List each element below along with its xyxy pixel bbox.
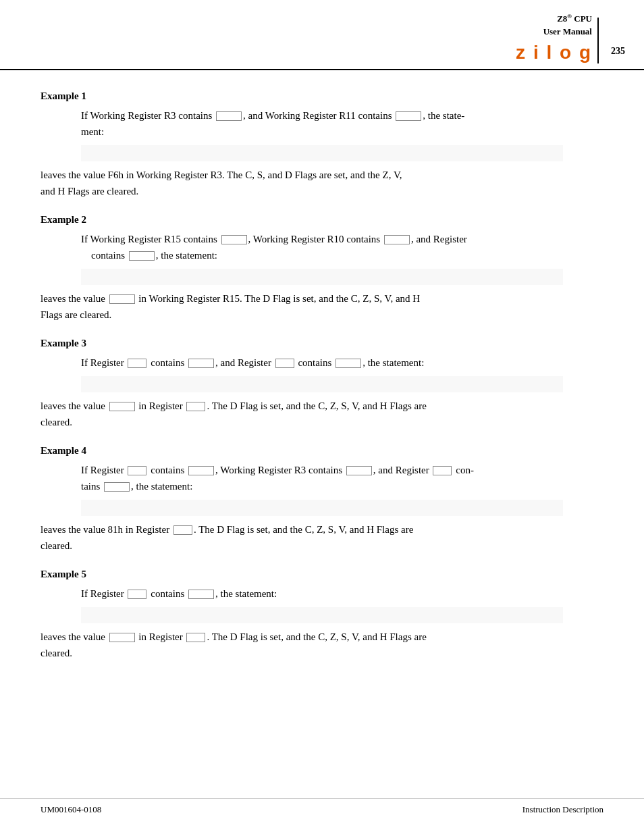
value-box-4d	[433, 466, 452, 475]
value-box-4f	[173, 525, 192, 535]
footer-doc-id: UM001604-0108	[41, 804, 101, 815]
footer-section: Instruction Description	[522, 804, 603, 815]
example-3-heading: Example 3	[41, 338, 603, 349]
value-box-3f	[186, 402, 205, 411]
example-3-block: Example 3 If Register contains , and Reg…	[41, 338, 603, 430]
example-1-intro: If Working Register R3 contains , and Wo…	[81, 107, 603, 140]
example-5-block: Example 5 If Register contains , the sta…	[41, 569, 603, 661]
value-box-1b	[396, 111, 421, 121]
example-1-heading: Example 1	[41, 90, 603, 102]
value-box-2b	[384, 235, 410, 244]
example-5-code	[81, 607, 563, 623]
header-title: Z8® CPUUser Manual	[543, 12, 592, 38]
zilog-logo: z i l o g	[516, 42, 592, 63]
header-right: Z8® CPUUser Manual z i l o g 235	[516, 12, 625, 63]
value-box-2d	[109, 294, 135, 304]
page-footer: UM001604-0108 Instruction Description	[0, 798, 644, 815]
example-4-result: leaves the value 81h in Register . The D…	[41, 521, 603, 554]
example-4-heading: Example 4	[41, 445, 603, 457]
value-box-4c	[346, 466, 372, 475]
example-1-block: Example 1 If Working Register R3 contain…	[41, 90, 603, 199]
value-box-4b	[188, 466, 214, 475]
value-box-3b	[188, 359, 214, 368]
page-number: 235	[611, 46, 625, 59]
example-2-heading: Example 2	[41, 214, 603, 226]
example-4-block: Example 4 If Register contains , Working…	[41, 445, 603, 554]
value-box-4e	[104, 482, 130, 492]
value-box-3a	[128, 359, 146, 368]
value-box-5b	[188, 590, 214, 599]
value-box-5c	[109, 633, 135, 642]
value-box-3c	[275, 359, 294, 368]
example-1-code	[81, 145, 563, 161]
example-5-result: leaves the value in Register . The D Fla…	[41, 629, 603, 661]
example-2-result: leaves the value in Working Register R15…	[41, 290, 603, 323]
example-5-heading: Example 5	[41, 569, 603, 580]
example-2-code	[81, 269, 563, 285]
example-3-result: leaves the value in Register . The D Fla…	[41, 398, 603, 430]
value-box-3e	[109, 402, 135, 411]
example-3-code	[81, 376, 563, 392]
value-box-5d	[186, 633, 205, 642]
header-vertical-rule	[597, 18, 599, 63]
value-box-2a	[221, 235, 247, 244]
page: Z8® CPUUser Manual z i l o g 235 Example…	[0, 0, 644, 834]
value-box-3d	[336, 359, 361, 368]
value-box-4a	[128, 466, 146, 475]
registered-mark: ®	[567, 13, 572, 20]
example-1-result: leaves the value F6h in Working Register…	[41, 167, 603, 199]
example-4-intro: If Register contains , Working Register …	[81, 462, 603, 494]
example-4-code	[81, 500, 563, 516]
value-box-5a	[128, 590, 146, 599]
value-box-1a	[216, 111, 242, 121]
example-5-intro: If Register contains , the statement:	[81, 585, 603, 602]
main-content: Example 1 If Working Register R3 contain…	[0, 70, 644, 696]
example-2-block: Example 2 If Working Register R15 contai…	[41, 214, 603, 323]
example-2-intro: If Working Register R15 contains , Worki…	[81, 231, 603, 263]
page-header: Z8® CPUUser Manual z i l o g 235	[0, 0, 644, 70]
header-logo-row: Z8® CPUUser Manual z i l o g 235	[516, 12, 625, 63]
example-3-intro: If Register contains , and Register cont…	[81, 355, 603, 371]
value-box-2c	[129, 251, 155, 261]
